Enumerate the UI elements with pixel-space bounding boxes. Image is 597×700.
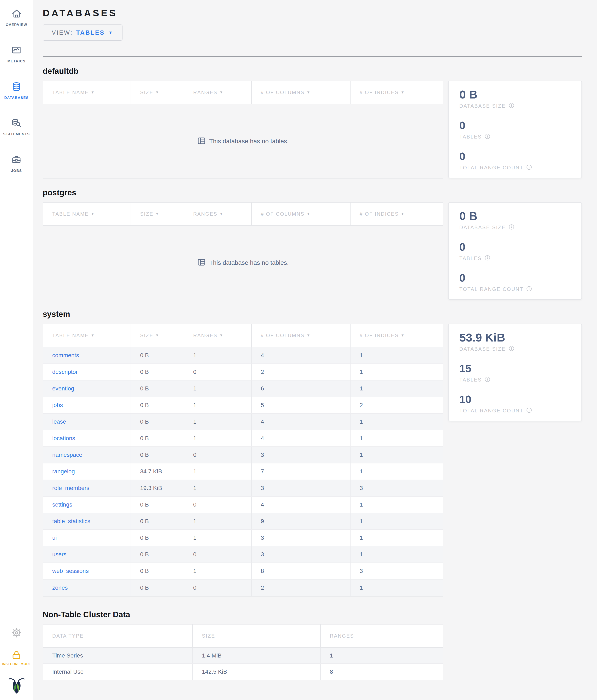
cell-size: 0 B [131, 546, 184, 562]
view-selector-dropdown[interactable]: VIEW: TABLES ▼ [43, 24, 123, 41]
cell-ranges: 1 [184, 563, 252, 579]
empty-table-message: This database has no tables. [209, 259, 289, 266]
column-header-ranges[interactable]: RANGES▼ [184, 203, 252, 225]
info-icon[interactable] [485, 377, 490, 382]
column-header--of-indices[interactable]: # OF INDICES▼ [351, 203, 442, 225]
table-name-link[interactable]: namespace [52, 452, 82, 458]
cell-columns: 4 [252, 414, 351, 430]
cell-size: 0 B [131, 380, 184, 397]
database-name: defaultdb [43, 67, 582, 76]
open-lock-icon [11, 650, 22, 660]
info-icon[interactable] [526, 407, 532, 413]
sort-arrow-icon: ▼ [219, 333, 224, 338]
table-name-link[interactable]: eventlog [52, 385, 74, 392]
table-name-link[interactable]: web_sessions [52, 568, 89, 574]
table-name-link[interactable]: locations [52, 435, 75, 442]
sidebar-item-databases[interactable]: DATABASES [4, 81, 29, 100]
table-name-link[interactable]: settings [52, 501, 72, 508]
info-icon[interactable] [526, 286, 532, 292]
table-row: users0 B031 [43, 546, 443, 563]
cell-table-name: descriptor [43, 364, 131, 380]
cell-columns: 2 [252, 579, 351, 596]
column-header-size[interactable]: SIZE▼ [131, 203, 184, 225]
table-name-link[interactable]: descriptor [52, 369, 78, 375]
table-name-link[interactable]: comments [52, 352, 79, 359]
table-row: web_sessions0 B183 [43, 563, 443, 579]
cell-size: 142.5 KiB [193, 664, 321, 680]
table-name-link[interactable]: ui [52, 534, 57, 541]
table-row: namespace0 B031 [43, 447, 443, 464]
stat-label-row: TABLES [459, 255, 571, 261]
sidebar-item-jobs[interactable]: JOBS [11, 154, 22, 173]
stat-label: DATABASE SIZE [459, 225, 506, 230]
sidebar-item-overview[interactable]: OVERVIEW [6, 8, 27, 27]
stat-label-row: TABLES [459, 377, 571, 383]
column-header-ranges[interactable]: RANGES▼ [184, 81, 252, 104]
stat-value: 0 B [459, 209, 571, 223]
tables-table: TABLE NAME▼SIZE▼RANGES▼# OF COLUMNS▼# OF… [43, 81, 443, 178]
column-header-size[interactable]: SIZE▼ [131, 324, 184, 347]
sidebar-nav: OVERVIEWMETRICSDATABASESSTATEMENTSJOBS [0, 0, 33, 191]
column-header--of-columns[interactable]: # OF COLUMNS▼ [252, 324, 351, 347]
column-header--of-columns[interactable]: # OF COLUMNS▼ [252, 81, 351, 104]
cell-ranges: 1 [184, 397, 252, 413]
jobs-icon [11, 154, 22, 166]
column-header-table-name[interactable]: TABLE NAME▼ [43, 81, 131, 104]
column-header--of-indices[interactable]: # OF INDICES▼ [351, 324, 442, 347]
sidebar-item-metrics[interactable]: METRICS [7, 45, 26, 64]
cell-indices: 2 [351, 397, 442, 413]
stat-total-range-count: 10TOTAL RANGE COUNT [459, 393, 571, 414]
sort-arrow-icon: ▼ [91, 91, 95, 95]
table-row: descriptor0 B021 [43, 364, 443, 380]
sidebar-item-statements[interactable]: STATEMENTS [3, 118, 30, 136]
cell-ranges: 1 [184, 380, 252, 397]
column-header-size[interactable]: SIZE▼ [131, 81, 184, 104]
table-name-link[interactable]: jobs [52, 402, 63, 408]
column-header--of-indices[interactable]: # OF INDICES▼ [351, 81, 442, 104]
info-icon-wrap [506, 103, 514, 109]
database-stats-card: 53.9 KiBDATABASE SIZE15TABLES10TOTAL RAN… [448, 324, 582, 421]
info-icon[interactable] [509, 224, 514, 230]
stat-label: TOTAL RANGE COUNT [459, 408, 523, 414]
insecure-mode-indicator[interactable]: INSECURE MODE [2, 650, 31, 666]
table-name-link[interactable]: role_members [52, 485, 89, 492]
stat-database-size: 0 BDATABASE SIZE [459, 88, 571, 109]
database-stats-card: 0 BDATABASE SIZE0TABLES0TOTAL RANGE COUN… [448, 202, 582, 300]
table-header-row: TABLE NAME▼SIZE▼RANGES▼# OF COLUMNS▼# OF… [43, 324, 443, 347]
non-table-header-row: DATA TYPE SIZE RANGES [43, 625, 443, 648]
table-name-link[interactable]: table_statistics [52, 518, 90, 525]
stat-value: 10 [459, 393, 571, 406]
cell-size: 0 B [131, 563, 184, 579]
cell-columns: 3 [252, 447, 351, 463]
cell-indices: 1 [351, 414, 442, 430]
stat-value: 0 [459, 240, 571, 254]
table-name-link[interactable]: rangelog [52, 468, 75, 475]
info-icon[interactable] [509, 103, 514, 108]
cell-ranges: 0 [184, 579, 252, 596]
cell-ranges: 1 [184, 513, 252, 529]
column-header-ranges[interactable]: RANGES▼ [184, 324, 252, 347]
cell-table-name: role_members [43, 480, 131, 496]
tables-table: TABLE NAME▼SIZE▼RANGES▼# OF COLUMNS▼# OF… [43, 324, 443, 597]
sort-arrow-icon: ▼ [401, 333, 405, 338]
info-icon[interactable] [526, 165, 532, 170]
column-header--of-columns[interactable]: # OF COLUMNS▼ [252, 203, 351, 225]
info-icon-wrap [523, 407, 532, 414]
info-icon[interactable] [485, 255, 490, 260]
cell-ranges: 1 [184, 464, 252, 480]
stat-label: DATABASE SIZE [459, 103, 506, 109]
stat-label: TABLES [459, 134, 482, 140]
cell-ranges: 1 [184, 347, 252, 364]
cell-columns: 2 [252, 364, 351, 380]
table-name-link[interactable]: lease [52, 419, 66, 425]
cell-table-name: lease [43, 414, 131, 430]
table-name-link[interactable]: users [52, 551, 66, 558]
settings-gear-icon[interactable] [11, 627, 22, 639]
info-icon[interactable] [509, 346, 514, 351]
cell-data-type: Internal Use [43, 664, 193, 680]
table-name-link[interactable]: zones [52, 584, 68, 591]
info-icon[interactable] [485, 133, 490, 139]
column-header-table-name[interactable]: TABLE NAME▼ [43, 324, 131, 347]
column-header-table-name[interactable]: TABLE NAME▼ [43, 203, 131, 225]
cell-table-name: settings [43, 497, 131, 513]
